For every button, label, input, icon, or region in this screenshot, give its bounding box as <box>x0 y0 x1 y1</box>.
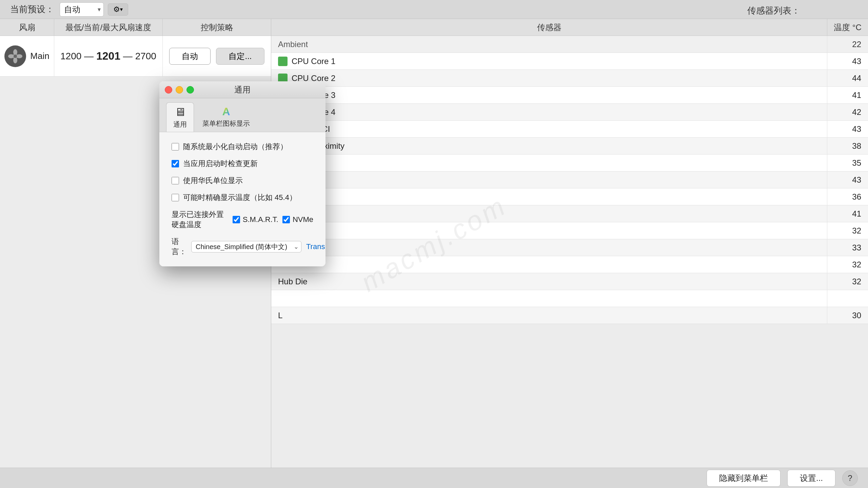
fan-table-header: 风扇 最低/当前/最大风扇速度 控制策略 <box>0 19 271 36</box>
preset-dropdown[interactable]: 自动 ▾ <box>60 2 104 17</box>
sensor-header-temp: 温度 °C <box>827 19 868 36</box>
top-bar: 当前预设： 自动 ▾ ⚙ ▾ 传感器列表： <box>0 0 868 19</box>
sensor-name-cell <box>271 256 827 273</box>
fahrenheit-checkbox[interactable] <box>172 177 179 184</box>
autostart-row: 随系统最小化自动启动（推荐） <box>172 142 313 152</box>
bottom-bar: 隐藏到菜单栏 设置... ? <box>0 468 868 488</box>
fahrenheit-label: 使用华氏单位显示 <box>183 176 243 186</box>
fan-speed-current: 1201 <box>96 50 120 62</box>
sensor-row: 32 <box>271 256 868 273</box>
language-label: 语言： <box>172 237 186 257</box>
policy-auto-button[interactable]: 自动 <box>169 48 211 65</box>
preferences-modal: 通用 🖥 通用 A 菜单栏图标显示 随系统最小化自动启动（推荐） 当应用启动 <box>159 81 326 266</box>
tab-general-label: 通用 <box>173 120 187 129</box>
sensor-row: CPU Proximity 38 <box>271 138 868 155</box>
checkupdate-label: 当应用启动时检查更新 <box>183 159 258 169</box>
fan-header-fan: 风扇 <box>0 19 54 36</box>
sensor-name-cell: CPU Proximity <box>271 138 827 154</box>
sensor-name: L <box>278 311 282 320</box>
sensor-temp: 32 <box>827 277 868 286</box>
chevron-down-icon: ▾ <box>98 6 101 13</box>
smart-checkbox[interactable] <box>233 216 240 223</box>
translate-link[interactable]: Translate <box>306 242 326 251</box>
sensor-name-cell: CPU Core 2 <box>271 70 827 86</box>
hide-to-menubar-button[interactable]: 隐藏到菜单栏 <box>707 470 781 487</box>
sensor-temp: 30 <box>827 311 868 320</box>
svg-point-4 <box>8 54 14 58</box>
sensor-row: 43 <box>271 171 868 188</box>
sensor-temp: 32 <box>827 260 868 269</box>
precise-checkbox[interactable] <box>172 194 179 201</box>
autostart-checkbox[interactable] <box>172 143 179 150</box>
nvme-checkbox[interactable] <box>282 216 290 223</box>
smart-item: S.M.A.R.T. <box>233 215 278 224</box>
sensor-name-cell: L <box>271 307 827 324</box>
fan-icon <box>4 45 26 67</box>
sensor-temp: 42 <box>827 107 868 117</box>
sensor-temp: 43 <box>827 175 868 185</box>
policy-custom-button[interactable]: 自定... <box>216 48 264 65</box>
traffic-lights <box>165 86 194 94</box>
help-button[interactable]: ? <box>842 470 858 486</box>
close-button[interactable] <box>165 86 172 94</box>
sensor-name-cell: CPU Core 1 <box>271 53 827 69</box>
sensor-row: CPU PECI 43 <box>271 121 868 138</box>
modal-title: 通用 <box>234 84 251 95</box>
sensor-row: CPU Core 4 42 <box>271 104 868 121</box>
nvme-item: NVMe <box>282 215 313 224</box>
fan-row: Main 1200 — 1201 — 2700 自动 自定... <box>0 36 271 77</box>
sensor-name: Hub Die <box>278 277 308 286</box>
sensor-name-cell: Hub Die <box>271 273 827 290</box>
fan-speed-max: 2700 <box>135 51 156 62</box>
sensor-temp: 38 <box>827 141 868 151</box>
sensor-ambient-row: Ambient 22 <box>271 36 868 53</box>
tab-general[interactable]: 🖥 通用 <box>166 102 194 132</box>
maximize-button[interactable] <box>186 86 194 94</box>
sensor-row: 41 <box>271 205 868 222</box>
sensor-name: CPU Core 1 <box>292 57 335 66</box>
sensor-list-label: 传感器列表： <box>747 5 800 17</box>
svg-point-2 <box>16 54 22 58</box>
sensor-name-cell <box>271 205 827 222</box>
fan-speed-min: 1200 <box>60 51 81 62</box>
language-select[interactable]: Chinese_Simplified (简体中文) <box>191 241 301 252</box>
precise-label: 可能时精确显示温度（比如 45.4） <box>183 192 297 203</box>
modal-tabs: 🖥 通用 A 菜单栏图标显示 <box>159 98 326 132</box>
language-select-wrapper: Chinese_Simplified (简体中文) ⌄ <box>191 241 301 252</box>
sensor-temp: 35 <box>827 158 868 168</box>
sensor-temp: 32 <box>827 226 868 236</box>
fahrenheit-row: 使用华氏单位显示 <box>172 176 313 186</box>
sensor-icon <box>278 57 288 66</box>
gear-icon: ⚙ <box>113 5 120 14</box>
fan-header-policy: 控制策略 <box>163 19 271 36</box>
sensor-row: CPU Core 3 41 <box>271 87 868 104</box>
settings-button[interactable]: 设置... <box>787 470 835 487</box>
preset-value: 自动 <box>64 4 80 15</box>
smart-label: S.M.A.R.T. <box>243 215 278 224</box>
checkupdate-checkbox[interactable] <box>172 160 179 167</box>
sensor-row: CPU Core 2 44 <box>271 70 868 87</box>
svg-point-5 <box>14 55 17 58</box>
minimize-button[interactable] <box>176 86 183 94</box>
sensor-ambient-temp: 22 <box>827 40 868 49</box>
smart-checkboxes: S.M.A.R.T. NVMe <box>233 215 313 224</box>
sensor-temp: 33 <box>827 243 868 252</box>
gear-button[interactable]: ⚙ ▾ <box>108 3 128 16</box>
sensor-name-cell: CPU PECI <box>271 121 827 137</box>
tab-menubar-label: 菜单栏图标显示 <box>202 119 250 128</box>
sensor-row: CPU Core 1 43 <box>271 53 868 70</box>
sensor-table-header: 传感器 温度 °C <box>271 19 868 36</box>
sensor-temp: 41 <box>827 209 868 219</box>
sensor-name-cell: CPU Core 3 <box>271 87 827 103</box>
tab-menubar[interactable]: A 菜单栏图标显示 <box>195 102 257 132</box>
sensor-header-name: 传感器 <box>271 19 827 36</box>
sensor-name-cell <box>271 290 827 307</box>
sensor-name-cell: CPU Core 4 <box>271 104 827 120</box>
fan-policy-cell: 自动 自定... <box>163 36 271 76</box>
sensor-name-cell <box>271 171 827 188</box>
language-row: 语言： Chinese_Simplified (简体中文) ⌄ Translat… <box>172 237 313 257</box>
sensor-row: L 30 <box>271 307 868 324</box>
preset-label: 当前预设： <box>10 3 54 15</box>
sensor-row: 36 <box>271 188 868 205</box>
sensor-row: 35 <box>271 155 868 171</box>
